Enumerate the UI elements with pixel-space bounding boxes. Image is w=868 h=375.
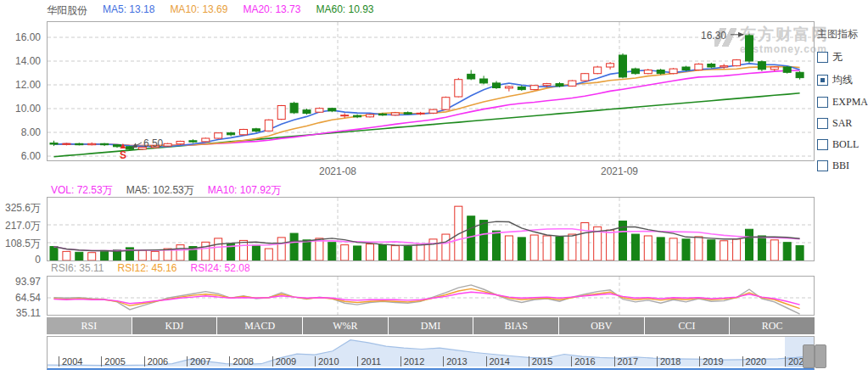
tab-kdj[interactable]: KDJ xyxy=(132,317,217,334)
indicator-tab-bar: RSIKDJMACDW%RDMIBIASOBVCCIROC xyxy=(47,317,815,334)
rsi24-value: RSI24: 52.08 xyxy=(191,262,250,274)
timeline-year-label: 2010 xyxy=(315,356,339,367)
rsi-tick: 93.97 xyxy=(0,276,41,288)
timeline-year-label: 2016 xyxy=(571,356,595,367)
vol-ma5: MA5: 102.53万 xyxy=(126,183,194,198)
timeline-year-label: 2007 xyxy=(187,356,210,367)
timeline-year-label: 2014 xyxy=(486,356,510,367)
price-tick: 12.00 xyxy=(0,79,41,91)
main-chart[interactable]: 16.306.50S xyxy=(47,21,815,161)
volume-chart xyxy=(47,197,815,261)
price-tick: 14.00 xyxy=(0,55,41,67)
timeline-year-label: 2017 xyxy=(614,356,638,367)
indicator-option-label: BOLL xyxy=(832,138,859,151)
indicator-option-label: SAR xyxy=(832,117,852,130)
main-indicator-panel: 主图指标 无均线EXPMASARBOLLBBI xyxy=(817,27,868,172)
checkbox-icon[interactable] xyxy=(817,118,828,129)
svg-text:S: S xyxy=(120,149,126,161)
rsi12-value: RSI12: 45.16 xyxy=(117,262,176,274)
month-label: 2021-08 xyxy=(319,165,356,177)
tab-cci[interactable]: CCI xyxy=(645,317,730,334)
legend-ma60: MA60: 10.93 xyxy=(316,3,373,18)
main-chart-legend: 华阳股份 MA5: 13.18 MA10: 13.69 MA20: 13.73 … xyxy=(47,3,374,18)
price-tick: 6.00 xyxy=(0,150,41,162)
rsi-legend: RSI6: 35.11 RSI12: 45.16 RSI24: 52.08 xyxy=(51,262,250,274)
vol-tick: 0 xyxy=(0,254,41,266)
timeline-year-label: 2009 xyxy=(272,356,296,367)
rsi-tick: 35.11 xyxy=(0,307,41,319)
vol-ma10: MA10: 107.92万 xyxy=(208,183,282,198)
indicator-option-EXPMA[interactable]: EXPMA xyxy=(817,96,868,109)
rsi6-value: RSI6: 35.11 xyxy=(51,262,104,274)
indicator-option-无[interactable]: 无 xyxy=(817,50,868,64)
tab-rsi[interactable]: RSI xyxy=(47,317,132,334)
timeline-year-label: 2012 xyxy=(400,356,424,367)
timeline-year-label: 2005 xyxy=(101,356,125,367)
timeline-year-label: 2018 xyxy=(657,356,680,367)
checkbox-checked-icon[interactable] xyxy=(817,75,828,86)
tab-wr[interactable]: W%R xyxy=(303,317,388,334)
legend-ma20: MA20: 13.73 xyxy=(243,3,300,18)
navigator-handle-left[interactable] xyxy=(803,344,815,368)
timeline-year-label: 2004 xyxy=(59,356,82,367)
tab-macd[interactable]: MACD xyxy=(217,317,302,334)
navigator-handle-right[interactable] xyxy=(815,344,826,368)
indicator-option-label: EXPMA xyxy=(832,96,868,109)
checkbox-icon[interactable] xyxy=(817,160,828,171)
price-tick: 16.00 xyxy=(0,31,41,43)
indicator-option-SAR[interactable]: SAR xyxy=(817,117,868,130)
history-navigator[interactable]: 2004200520062007200820092010201120122013… xyxy=(47,336,815,370)
rsi-chart xyxy=(47,276,815,316)
timeline-year-label: 2011 xyxy=(357,356,381,367)
checkbox-icon[interactable] xyxy=(817,97,828,108)
vol-tick: 108.5万 xyxy=(0,237,41,251)
volume-legend: VOL: 72.53万 MA5: 102.53万 MA10: 107.92万 xyxy=(51,183,281,198)
stock-chart-app: 华阳股份 MA5: 13.18 MA10: 13.69 MA20: 13.73 … xyxy=(0,0,868,375)
timeline-year-label: 2015 xyxy=(529,356,552,367)
timeline-year-label: 2008 xyxy=(229,356,253,367)
tab-bias[interactable]: BIAS xyxy=(473,317,558,334)
main-indicator-title: 主图指标 xyxy=(817,27,868,42)
timeline-year-label: 2019 xyxy=(699,356,723,367)
tab-obv[interactable]: OBV xyxy=(559,317,644,334)
price-tick: 10.00 xyxy=(0,103,41,115)
vol-value: VOL: 72.53万 xyxy=(51,183,113,198)
indicator-option-BOLL[interactable]: BOLL xyxy=(817,138,868,151)
timeline-year-label: 2013 xyxy=(443,356,467,367)
vol-tick: 325.6万 xyxy=(0,201,41,215)
stock-name: 华阳股份 xyxy=(47,3,87,18)
indicator-option-label: 均线 xyxy=(832,73,853,87)
indicator-option-BBI[interactable]: BBI xyxy=(817,160,868,172)
indicator-option-label: BBI xyxy=(832,160,849,172)
checkbox-icon[interactable] xyxy=(817,52,828,63)
rsi-tick: 64.54 xyxy=(0,292,41,304)
vol-tick: 217.0万 xyxy=(0,219,41,233)
tab-dmi[interactable]: DMI xyxy=(389,317,473,334)
tab-roc[interactable]: ROC xyxy=(730,317,815,334)
svg-text:16.30: 16.30 xyxy=(701,30,726,42)
checkbox-icon[interactable] xyxy=(817,139,828,150)
indicator-option-均线[interactable]: 均线 xyxy=(817,73,868,87)
main-indicator-list: 无均线EXPMASARBOLLBBI xyxy=(817,50,868,172)
svg-text:6.50: 6.50 xyxy=(143,137,164,149)
timeline-year-label: 2020 xyxy=(742,356,766,367)
price-tick: 8.00 xyxy=(0,126,41,138)
indicator-option-label: 无 xyxy=(832,50,843,64)
timeline-year-label: 2006 xyxy=(144,356,168,367)
month-label: 2021-09 xyxy=(601,165,638,177)
legend-ma5: MA5: 13.18 xyxy=(103,3,154,18)
legend-ma10: MA10: 13.69 xyxy=(170,3,227,18)
